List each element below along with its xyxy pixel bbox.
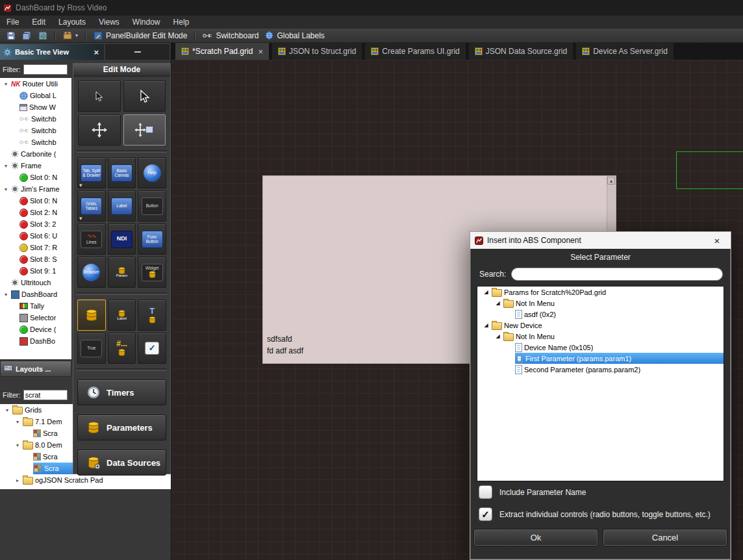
chevron-down-icon[interactable]: ▾: [79, 182, 82, 188]
tree-item[interactable]: Global L: [0, 90, 71, 101]
tree-item[interactable]: Tally: [0, 300, 71, 312]
expander-icon[interactable]: ◢: [483, 289, 490, 295]
component-param-source[interactable]: [77, 299, 106, 331]
component-tab-split-drawer[interactable]: Tab, Split & Drawer▾: [77, 157, 106, 188]
tree-item[interactable]: Slot 0: N: [0, 172, 71, 183]
menu-window[interactable]: Window: [126, 16, 167, 28]
expander-icon[interactable]: ▾: [14, 442, 21, 448]
cancel-button[interactable]: Cancel: [603, 529, 727, 546]
tab-create-params-ui-grid[interactable]: Create Params UI.grid: [365, 43, 465, 60]
expander-icon[interactable]: ◢: [483, 322, 490, 328]
tree-item[interactable]: Slot 2: N: [0, 207, 71, 218]
tree-item[interactable]: Show W: [0, 101, 71, 113]
basic-tree-view-header[interactable]: Basic Tree View ×: [0, 44, 104, 60]
menu-edit[interactable]: Edit: [25, 16, 52, 28]
tree-item[interactable]: Slot 0: N: [0, 195, 71, 207]
tab-json-to-struct-grid[interactable]: JSON to Struct.grid: [272, 43, 362, 60]
package-dropdown-button[interactable]: ▾: [60, 31, 81, 40]
expander-icon[interactable]: ◢: [494, 300, 501, 306]
component-func-button[interactable]: Func Button: [138, 223, 166, 255]
component-lines[interactable]: ∿∿Lines: [77, 223, 106, 255]
tree-item[interactable]: Slot 8: S: [0, 253, 71, 265]
component-grids-tables[interactable]: Grids, Tables▾: [77, 190, 106, 222]
parameter-item[interactable]: Device Name (0x105): [477, 342, 724, 353]
tree-item[interactable]: Slot 6: U: [0, 230, 71, 242]
parameter-item[interactable]: ◢Not In Menu: [477, 298, 724, 309]
ok-button[interactable]: Ok: [473, 529, 598, 546]
tree-item[interactable]: ▾NKRouter Utili: [0, 78, 71, 90]
tree-item[interactable]: Ultritouch: [0, 277, 71, 288]
panelbuilder-edit-mode-button[interactable]: PanelBuilder Edit Mode: [91, 31, 190, 41]
menu-help[interactable]: Help: [167, 16, 196, 28]
tree-item[interactable]: Switchb: [0, 136, 71, 148]
tree-item[interactable]: ▾Frame: [0, 160, 71, 172]
expander-icon[interactable]: ▾: [3, 186, 9, 192]
tree-item[interactable]: Switchb: [0, 125, 71, 136]
checkbox-unchecked[interactable]: [479, 485, 492, 499]
component-widget[interactable]: Widget: [138, 257, 166, 288]
expander-icon[interactable]: ▾: [3, 292, 9, 298]
tree-item[interactable]: Slot 3: 2: [0, 218, 71, 230]
expander-icon[interactable]: ▾: [3, 81, 9, 87]
tab-scratch-pad-grid[interactable]: *Scratch Pad.grid×: [175, 43, 269, 60]
parameter-item[interactable]: Second Parameter (params.param2): [477, 364, 724, 375]
pointer-tool[interactable]: [123, 81, 166, 112]
tree-item[interactable]: DashBo: [0, 335, 71, 347]
global-labels-button[interactable]: Global Labels: [262, 31, 327, 41]
expander-icon[interactable]: ▾: [14, 419, 21, 425]
move-tool[interactable]: [78, 114, 121, 146]
layouts-panel-header[interactable]: Layouts ...: [0, 361, 71, 377]
menu-file[interactable]: File: [0, 16, 25, 28]
component-param[interactable]: Param: [108, 257, 136, 288]
component-button[interactable]: Button: [138, 190, 166, 222]
parameter-item[interactable]: ◢Params for Scratch%20Pad.grid: [477, 286, 724, 298]
tree-item[interactable]: Carbonite (: [0, 148, 71, 160]
tree-item[interactable]: Switchb: [0, 113, 71, 125]
layouts-filter-input[interactable]: [23, 390, 68, 400]
tab-json-data-source-grid[interactable]: JSON Data Source.grid: [469, 43, 573, 60]
tree-filter-input[interactable]: [23, 64, 68, 75]
move-component-tool[interactable]: [123, 114, 166, 146]
tree-item[interactable]: Slot 7: R: [0, 242, 71, 253]
parameter-item[interactable]: ◢Not In Menu: [477, 331, 724, 342]
component-param-number[interactable]: #...: [108, 333, 136, 364]
tree-item[interactable]: Slot 9: 1: [0, 265, 71, 277]
parameter-item[interactable]: First Parameter (params.param1): [477, 353, 724, 364]
palette-timers-button[interactable]: Timers: [77, 379, 166, 405]
chevron-down-icon[interactable]: ▾: [79, 215, 82, 222]
dialog-titlebar[interactable]: Insert into ABS Component ×: [470, 232, 731, 249]
checkbox-checked[interactable]: ✓: [479, 507, 492, 521]
component-browser[interactable]: Browser: [77, 257, 106, 288]
dialog-search-input[interactable]: [511, 268, 723, 281]
component-param-toggle[interactable]: True: [77, 333, 106, 364]
expander-icon[interactable]: ▾: [3, 163, 9, 169]
expander-icon[interactable]: ▸: [14, 477, 21, 483]
tab-device-as-server-grid[interactable]: Device As Server.grid: [576, 43, 674, 60]
component-label[interactable]: Label: [108, 190, 136, 222]
palette-parameters-button[interactable]: Parameters: [77, 414, 166, 440]
palette-data-sources-button[interactable]: Data Sources: [77, 450, 166, 476]
close-icon[interactable]: ×: [708, 235, 726, 246]
tab-close-icon[interactable]: ×: [258, 47, 263, 57]
component-param-text[interactable]: T: [138, 299, 166, 331]
component-param-checkbox[interactable]: ✓: [138, 333, 166, 364]
save-all-button[interactable]: [19, 31, 34, 41]
tree-item[interactable]: Device (: [0, 324, 71, 335]
close-icon[interactable]: ×: [92, 47, 101, 57]
menu-views[interactable]: Views: [92, 16, 126, 28]
component-ndi[interactable]: NDI: [108, 223, 136, 255]
component-basic-canvas[interactable]: Basic Canvas: [108, 157, 136, 188]
collapsed-panel-strip[interactable]: [105, 44, 170, 60]
expander-icon[interactable]: ◢: [494, 333, 501, 339]
parameter-item[interactable]: ◢New Device: [477, 320, 724, 331]
tree-item[interactable]: ▾DashBoard: [0, 288, 71, 300]
select-tool[interactable]: [78, 81, 121, 112]
scroll-up-icon[interactable]: ▴: [607, 177, 615, 185]
expander-icon[interactable]: ▾: [4, 407, 10, 413]
export-button[interactable]: [36, 31, 50, 41]
save-button[interactable]: [4, 31, 18, 41]
tree-item[interactable]: ▾Jim's Frame: [0, 183, 71, 195]
component-help[interactable]: Help: [138, 157, 166, 188]
component-param-label[interactable]: Label: [108, 299, 136, 331]
menu-layouts[interactable]: Layouts: [52, 16, 92, 28]
